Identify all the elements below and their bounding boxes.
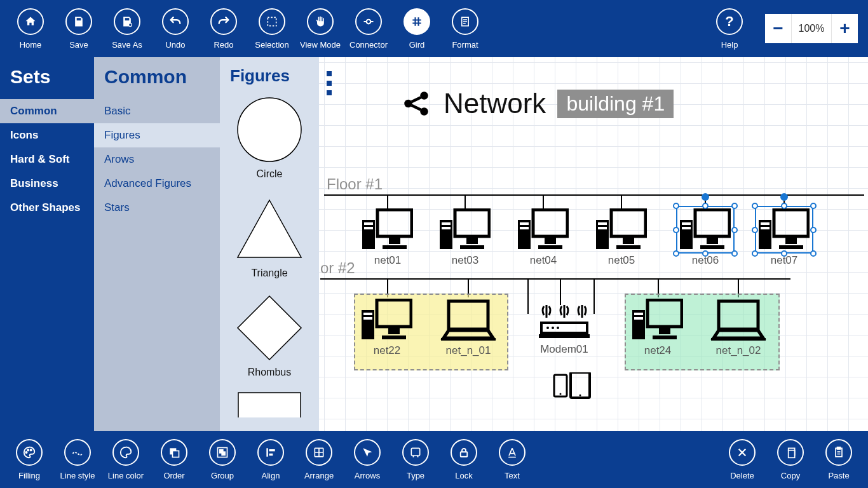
floor2-label[interactable]: or #2 xyxy=(320,259,355,277)
save-as-label: Save As xyxy=(112,40,142,50)
home-button[interactable]: Home xyxy=(6,0,55,57)
selection-button[interactable]: Selection xyxy=(248,0,296,57)
lock-button[interactable]: Lock xyxy=(440,431,488,488)
node-modem01[interactable]: Modem01 xyxy=(539,304,590,356)
connector-button[interactable]: Connector xyxy=(344,0,393,57)
save-button[interactable]: Save xyxy=(55,0,103,57)
view-mode-label: View Mode xyxy=(300,40,341,50)
node-net04[interactable]: net04 xyxy=(518,208,569,267)
node-net01[interactable]: net01 xyxy=(362,208,413,267)
svg-rect-66 xyxy=(719,301,758,329)
order-button[interactable]: Order xyxy=(150,431,198,488)
panel-drag-handle[interactable] xyxy=(327,71,332,95)
sets-item-hard-soft[interactable]: Hard & Soft xyxy=(0,147,94,172)
svg-rect-47 xyxy=(363,313,372,315)
common-item-basic[interactable]: Basic xyxy=(94,99,220,123)
selection-handle[interactable] xyxy=(731,203,738,209)
selection-handle[interactable] xyxy=(673,203,679,209)
svg-rect-6 xyxy=(238,393,301,417)
align-button[interactable]: Align xyxy=(247,431,295,488)
help-button[interactable]: ? Help xyxy=(705,0,754,57)
grid-button[interactable]: Gird xyxy=(393,0,441,57)
common-panel: Common Basic Figures Arows Advanced Figu… xyxy=(94,57,220,431)
svg-rect-13 xyxy=(377,210,412,236)
svg-marker-53 xyxy=(444,330,493,338)
workstation-icon xyxy=(440,208,491,252)
sets-item-other-shapes[interactable]: Other Shapes xyxy=(0,196,94,220)
selection-handle[interactable] xyxy=(673,250,679,257)
bottom-toolbar: Filling Line style Line color Order Grou… xyxy=(0,431,868,488)
selection-handle[interactable] xyxy=(731,227,738,233)
selection-handle[interactable] xyxy=(810,227,817,233)
selection-handle[interactable] xyxy=(810,250,817,257)
help-icon: ? xyxy=(716,8,743,35)
copy-button[interactable]: Copy xyxy=(766,431,815,488)
node-net22[interactable]: net22 xyxy=(362,299,412,357)
zoom-value: 100% xyxy=(792,14,831,43)
selection-handle[interactable] xyxy=(702,203,709,209)
delete-button[interactable]: Delete xyxy=(718,431,766,488)
selection-handle[interactable] xyxy=(731,250,738,257)
undo-button[interactable]: Undo xyxy=(151,0,200,57)
selection-handle[interactable] xyxy=(781,203,787,209)
paste-button[interactable]: Paste xyxy=(815,431,863,488)
selection-handle[interactable] xyxy=(752,227,758,233)
svg-rect-32 xyxy=(623,238,634,244)
common-item-advanced-figures[interactable]: Advanced Figures xyxy=(94,172,220,196)
type-button[interactable]: Type xyxy=(391,431,440,488)
line-color-button[interactable]: Line color xyxy=(102,431,150,488)
selection-handle[interactable] xyxy=(673,227,679,233)
selection-net06[interactable] xyxy=(676,206,735,254)
selection-net07[interactable] xyxy=(755,206,813,254)
selection-rotate-handle[interactable] xyxy=(780,193,788,201)
paste-icon xyxy=(825,439,852,466)
node-net24[interactable]: net24 xyxy=(632,299,683,357)
sets-item-common[interactable]: Common xyxy=(0,99,94,123)
svg-rect-52 xyxy=(449,301,488,329)
shape-circle[interactable]: Circle xyxy=(234,95,304,180)
selection-rotate-handle[interactable] xyxy=(702,193,709,201)
arrange-button[interactable]: Arrange xyxy=(295,431,343,488)
node-net-n-02[interactable]: net_n_02 xyxy=(710,299,767,357)
zoom-in-button[interactable]: + xyxy=(831,14,858,43)
arrows-button[interactable]: Arrows xyxy=(343,431,391,488)
diagram-canvas[interactable]: Network building #1 Floor #1 or #2 net01 xyxy=(319,57,868,431)
common-item-figures[interactable]: Figures xyxy=(94,123,220,147)
shape-triangle[interactable]: Triangle xyxy=(234,194,304,279)
save-as-button[interactable]: Save As xyxy=(103,0,151,57)
selection-handle[interactable] xyxy=(752,203,758,209)
undo-label: Undo xyxy=(165,40,185,50)
zoom-out-button[interactable]: − xyxy=(765,14,792,43)
sets-item-icons[interactable]: Icons xyxy=(0,123,94,147)
svg-rect-85 xyxy=(461,452,468,457)
selection-handle[interactable] xyxy=(752,250,758,257)
diagram-badge[interactable]: building #1 xyxy=(557,90,674,118)
connector-icon xyxy=(355,8,382,35)
node-net-n-01[interactable]: net_n_01 xyxy=(440,299,497,357)
line-style-button[interactable]: Line style xyxy=(53,431,102,488)
group-button[interactable]: Group xyxy=(198,431,247,488)
line-style-icon xyxy=(64,439,91,466)
sets-item-business[interactable]: Business xyxy=(0,172,94,196)
view-mode-button[interactable]: View Mode xyxy=(296,0,344,57)
format-button[interactable]: Format xyxy=(441,0,489,57)
arrange-icon xyxy=(306,439,332,466)
selection-handle[interactable] xyxy=(781,250,787,257)
shape-rhombus[interactable]: Rhombus xyxy=(234,293,304,378)
selection-handle[interactable] xyxy=(702,250,709,257)
diagram-title[interactable]: Network xyxy=(444,88,546,119)
node-net05[interactable]: net05 xyxy=(596,208,647,267)
common-item-stars[interactable]: Stars xyxy=(94,196,220,220)
workstation-icon xyxy=(518,208,569,252)
svg-rect-88 xyxy=(837,447,841,449)
node-net03[interactable]: net03 xyxy=(440,208,491,267)
floor1-label[interactable]: Floor #1 xyxy=(327,175,383,193)
text-button[interactable]: Text xyxy=(488,431,536,488)
common-item-arrows[interactable]: Arows xyxy=(94,147,220,172)
svg-rect-27 xyxy=(538,245,562,249)
shape-square[interactable] xyxy=(234,392,304,417)
node-mobile-devices[interactable] xyxy=(553,372,591,399)
filling-button[interactable]: Filling xyxy=(5,431,53,488)
redo-button[interactable]: Redo xyxy=(200,0,248,57)
selection-handle[interactable] xyxy=(810,203,817,209)
